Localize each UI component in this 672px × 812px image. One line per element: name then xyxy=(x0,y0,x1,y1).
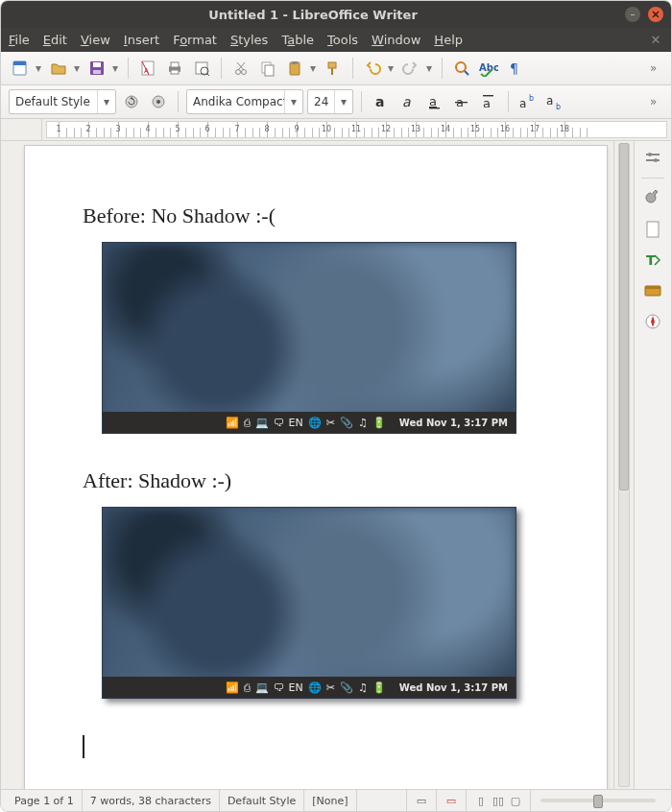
menu-edit[interactable]: Edit xyxy=(43,33,67,47)
book-view-icon[interactable]: ▢ xyxy=(509,794,522,807)
zoom-knob[interactable] xyxy=(593,795,603,808)
ruler-mark: 12 xyxy=(381,125,391,133)
print-preview-icon[interactable] xyxy=(190,57,213,80)
properties-icon[interactable] xyxy=(640,186,665,211)
clone-format-icon[interactable] xyxy=(322,57,345,80)
paragraph-style-select[interactable]: Default Style ▾ xyxy=(9,89,116,114)
toolbar-overflow-icon[interactable]: » xyxy=(650,61,663,75)
status-sig-icon[interactable]: ▭ xyxy=(437,790,467,811)
save-dropdown[interactable]: ▾ xyxy=(110,57,120,80)
strikethrough-icon[interactable]: a xyxy=(450,90,473,113)
multi-page-icon[interactable]: ▯▯ xyxy=(492,794,505,807)
ruler-mark: 3 xyxy=(115,125,120,133)
menu-styles[interactable]: Styles xyxy=(230,33,268,47)
document-body[interactable]: Before: No Shadow :-( 📶⎙💻🗨EN🌐✂📎♫🔋 Wed No… xyxy=(25,146,607,789)
heading-after: After: Shadow :-) xyxy=(83,468,549,493)
paste-dropdown[interactable]: ▾ xyxy=(308,57,318,80)
minimize-button[interactable]: – xyxy=(625,7,640,22)
styles-icon[interactable]: T xyxy=(640,248,665,273)
embedded-taskbar: 📶⎙💻🗨EN🌐✂📎♫🔋 Wed Nov 1, 3:17 PM xyxy=(103,412,516,433)
copy-icon[interactable] xyxy=(256,57,279,80)
ruler-mark: 8 xyxy=(264,125,269,133)
paste-icon[interactable] xyxy=(283,57,306,80)
menu-table[interactable]: Table xyxy=(281,33,314,47)
ruler-mark: 6 xyxy=(204,125,209,133)
new-dropdown[interactable]: ▾ xyxy=(34,57,43,80)
menu-file[interactable]: File xyxy=(9,33,30,47)
menu-help[interactable]: Help xyxy=(434,33,463,47)
screenshot-after[interactable]: 📶⎙💻🗨EN🌐✂📎♫🔋 Wed Nov 1, 3:17 PM xyxy=(102,507,516,699)
status-page[interactable]: Page 1 of 1 xyxy=(7,790,83,811)
view-layout-buttons[interactable]: ▯ ▯▯ ▢ xyxy=(467,790,531,811)
vertical-scrollbar[interactable] xyxy=(613,141,634,789)
ruler-mark: 18 xyxy=(560,125,569,133)
status-selmode-icon[interactable]: ▭ xyxy=(407,790,437,811)
screenshot-before[interactable]: 📶⎙💻🗨EN🌐✂📎♫🔋 Wed Nov 1, 3:17 PM xyxy=(102,242,516,434)
redo-dropdown[interactable]: ▾ xyxy=(424,57,434,80)
status-style[interactable]: Default Style xyxy=(220,790,304,811)
cut-icon[interactable] xyxy=(229,57,252,80)
print-icon[interactable] xyxy=(163,57,186,80)
document-canvas[interactable]: Before: No Shadow :-( 📶⎙💻🗨EN🌐✂📎♫🔋 Wed No… xyxy=(18,141,613,789)
toolbar-overflow-icon[interactable]: » xyxy=(650,95,663,108)
horizontal-ruler[interactable]: 123456789101112131415161718 xyxy=(46,121,667,138)
tray-icon: ✂ xyxy=(326,417,335,429)
ruler-mark: 11 xyxy=(351,125,361,133)
font-size-select[interactable]: 24 ▾ xyxy=(307,89,353,114)
menu-insert[interactable]: Insert xyxy=(124,33,159,47)
tray-icon: 🌐 xyxy=(308,417,322,429)
sidebar-settings-icon[interactable] xyxy=(640,145,665,170)
open-icon[interactable] xyxy=(47,57,70,80)
svg-rect-28 xyxy=(429,107,440,108)
single-page-icon[interactable]: ▯ xyxy=(474,794,488,807)
text-cursor xyxy=(83,735,84,758)
svg-rect-8 xyxy=(171,62,179,67)
overline-icon[interactable]: a xyxy=(477,90,500,113)
new-icon[interactable] xyxy=(9,57,32,80)
page-icon[interactable] xyxy=(640,217,665,242)
tray-icon: ⎙ xyxy=(244,417,251,429)
find-icon[interactable] xyxy=(450,57,473,80)
pdf-icon[interactable]: A xyxy=(136,57,159,80)
underline-icon[interactable]: a xyxy=(423,90,446,113)
save-icon[interactable] xyxy=(85,57,108,80)
italic-icon[interactable]: a xyxy=(396,90,420,113)
undo-dropdown[interactable]: ▾ xyxy=(386,57,396,80)
menu-tools[interactable]: Tools xyxy=(327,33,358,47)
close-button[interactable] xyxy=(648,7,663,22)
update-style-icon[interactable] xyxy=(120,90,143,113)
close-doc-icon[interactable]: ✕ xyxy=(648,33,663,48)
status-wordcount[interactable]: 7 words, 38 characters xyxy=(83,790,220,811)
redo-icon[interactable] xyxy=(399,57,422,80)
navigator-icon[interactable] xyxy=(640,309,665,334)
menu-format[interactable]: Format xyxy=(173,33,217,47)
chevron-down-icon[interactable]: ▾ xyxy=(284,90,302,113)
ruler-mark: 4 xyxy=(145,125,150,133)
vertical-ruler-gutter xyxy=(1,141,18,789)
font-name-select[interactable]: Andika Compact ▾ xyxy=(186,89,303,114)
zoom-slider[interactable] xyxy=(540,799,656,802)
new-style-icon[interactable] xyxy=(147,90,170,113)
spellcheck-icon[interactable]: Abc xyxy=(477,57,500,80)
svg-point-19 xyxy=(456,62,466,72)
tray-icons: 📶⎙💻🗨EN🌐✂📎♫🔋 xyxy=(226,417,386,429)
tray-icons: 📶⎙💻🗨EN🌐✂📎♫🔋 xyxy=(226,681,386,694)
undo-icon[interactable] xyxy=(361,57,384,80)
open-dropdown[interactable]: ▾ xyxy=(72,57,82,80)
svg-text:b: b xyxy=(529,94,534,103)
menu-window[interactable]: Window xyxy=(372,33,420,47)
bold-icon[interactable]: a xyxy=(370,90,393,113)
status-language[interactable]: [None] xyxy=(304,790,356,811)
chevron-down-icon[interactable]: ▾ xyxy=(97,90,115,113)
menu-view[interactable]: View xyxy=(81,33,110,47)
chevron-down-icon[interactable]: ▾ xyxy=(334,90,352,113)
status-spacer xyxy=(357,790,408,811)
scrollbar-thumb[interactable] xyxy=(619,143,629,490)
app-window: Untitled 1 - LibreOffice Writer – File E… xyxy=(0,0,672,812)
gallery-icon[interactable] xyxy=(640,278,665,303)
svg-text:b: b xyxy=(556,103,561,110)
superscript-icon[interactable]: ab xyxy=(516,90,540,113)
subscript-icon[interactable]: ab xyxy=(543,90,566,113)
formatting-marks-icon[interactable]: ¶ xyxy=(504,57,527,80)
tray-icon: ♫ xyxy=(358,417,368,429)
